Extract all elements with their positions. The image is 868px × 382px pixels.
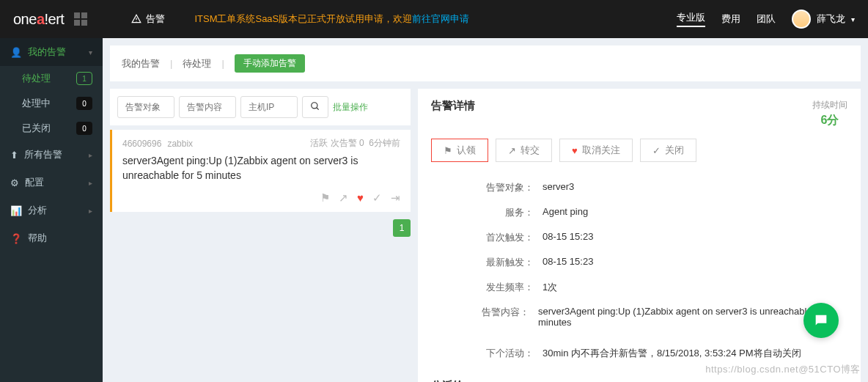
sidebar-help-label: 帮助 [28, 232, 47, 245]
logo-post: !ert [45, 11, 65, 27]
main-content: 我的告警 | 待处理 | 手动添加告警 批量操作 4660 [103, 38, 868, 382]
nav-alert[interactable]: 告警 [131, 12, 165, 26]
chevron-right-icon: ▸ [89, 207, 92, 215]
sidebar-config[interactable]: ⚙ 配置 ▸ [0, 169, 103, 196]
page-1[interactable]: 1 [393, 219, 411, 237]
sidebar-analysis[interactable]: 📊 分析 ▸ [0, 196, 103, 224]
crumb-pending[interactable]: 待处理 [183, 57, 211, 70]
field-content-value: server3Agent ping:Up (1)Zabbix agent on … [529, 306, 847, 328]
chart-icon: 📊 [10, 205, 22, 216]
svg-point-3 [820, 318, 822, 320]
unfollow-label: 取消关注 [582, 144, 620, 157]
banner-text: ITSM工单系统SaaS版本已正式开放试用申请，欢迎 [194, 13, 412, 24]
logo-accent: a [37, 11, 45, 27]
sidebar-help[interactable]: ❓ 帮助 [0, 224, 103, 252]
bulk-ops-link[interactable]: 批量操作 [333, 101, 368, 114]
watermark: https://blog.csdn.net@51CTO博客 [705, 363, 861, 376]
alert-meta-right: 活跃 次告警 0 6分钟前 [310, 137, 400, 150]
chat-fab[interactable] [803, 303, 839, 338]
field-svc-label: 服务： [468, 206, 534, 219]
search-button[interactable] [302, 96, 328, 118]
topbar-right: 专业版 费用 团队 薛飞龙 ▾ [677, 10, 855, 29]
close-button[interactable]: ✓关闭 [640, 139, 696, 162]
transfer-button[interactable]: ↗转交 [496, 139, 552, 162]
breadcrumb: 我的告警 | 待处理 | 手动添加告警 [110, 45, 861, 81]
alert-status-label: 活跃 次告警 [310, 138, 356, 148]
crumb-my[interactable]: 我的告警 [122, 57, 160, 70]
detail-header: 告警详情 持续时间 6分 [431, 99, 847, 128]
logo-pre: one [13, 11, 37, 27]
help-icon: ❓ [10, 233, 22, 244]
nav-alert-label: 告警 [146, 12, 165, 26]
sidebar: 👤 我的告警 ▾ 待处理 1 处理中 0 已关闭 0 ⬆ 所有告警 ▸ ⚙ 配置… [0, 38, 103, 382]
detail-title: 告警详情 [431, 99, 475, 113]
field-freq-label: 发生频率： [468, 281, 534, 294]
alert-source: zabbix [167, 139, 193, 149]
field-svc-value: Agent ping [534, 206, 588, 219]
svg-line-1 [317, 107, 319, 109]
claim-button[interactable]: ⚑认领 [431, 139, 488, 162]
alert-list-panel: 批量操作 46609696 zabbix 活跃 次告警 0 6分钟前 serve… [110, 89, 411, 382]
share-icon[interactable]: ↗ [339, 191, 348, 205]
field-content-label: 告警内容： [468, 306, 529, 328]
user-icon: 👤 [10, 47, 22, 58]
sidebar-analysis-label: 分析 [28, 204, 47, 217]
field-freq-value: 1次 [534, 281, 557, 294]
sidebar-processing-label: 处理中 [22, 97, 51, 110]
flag-icon: ⚑ [444, 145, 452, 156]
check-icon[interactable]: ✓ [372, 191, 382, 205]
sidebar-all-alerts[interactable]: ⬆ 所有告警 ▸ [0, 141, 103, 169]
user-menu[interactable]: 薛飞龙 ▾ [792, 10, 855, 29]
assign-title: 分派给 [431, 379, 847, 382]
sidebar-my-alerts[interactable]: 👤 我的告警 ▾ [0, 38, 103, 66]
alert-ago: 6分钟前 [369, 138, 400, 148]
pending-count-badge: 1 [76, 72, 92, 85]
apps-icon[interactable] [74, 12, 87, 26]
sidebar-item-processing[interactable]: 处理中 0 [0, 91, 103, 116]
banner-link[interactable]: 前往官网申请 [412, 13, 469, 24]
sidebar-item-closed[interactable]: 已关闭 0 [0, 116, 103, 141]
nav-pro[interactable]: 专业版 [677, 11, 705, 27]
sidebar-pending-label: 待处理 [22, 72, 51, 85]
filter-host-input[interactable] [240, 96, 298, 118]
detail-actions: ⚑认领 ↗转交 ♥取消关注 ✓关闭 [431, 139, 847, 162]
export-icon[interactable]: ⇥ [391, 191, 400, 205]
unfollow-button[interactable]: ♥取消关注 [559, 139, 633, 162]
close-label: 关闭 [665, 144, 684, 157]
field-obj-label: 告警对象： [468, 181, 534, 194]
sidebar-closed-label: 已关闭 [22, 122, 51, 135]
alert-card-actions: ⚑ ↗ ♥ ✓ ⇥ [122, 191, 400, 205]
duration-label: 持续时间 [812, 99, 847, 111]
alert-title: server3Agent ping:Up (1)Zabbix agent on … [122, 154, 400, 183]
svg-point-4 [823, 318, 824, 320]
alert-detail-panel: 告警详情 持续时间 6分 ⚑认领 ↗转交 ♥取消关注 ✓关闭 告警对象：serv… [418, 89, 861, 382]
manual-add-button[interactable]: 手动添加告警 [235, 54, 305, 73]
announcement-banner: ITSM工单系统SaaS版本已正式开放试用申请，欢迎前往官网申请 [194, 12, 469, 26]
nav-team[interactable]: 团队 [757, 12, 776, 26]
svg-point-2 [818, 318, 820, 320]
flag-icon[interactable]: ⚑ [320, 191, 330, 205]
logo[interactable]: onea!ert [13, 11, 64, 28]
field-first-value: 08-15 15:23 [534, 231, 593, 244]
transfer-label: 转交 [521, 144, 540, 157]
chevron-right-icon: ▸ [89, 151, 92, 159]
field-next-label: 下个活动： [468, 347, 534, 360]
sidebar-config-label: 配置 [25, 176, 44, 189]
sidebar-item-pending[interactable]: 待处理 1 [0, 66, 103, 91]
username: 薛飞龙 [817, 12, 845, 26]
filter-object-input[interactable] [117, 96, 174, 118]
field-latest-label: 最新触发： [468, 256, 534, 269]
upload-icon: ⬆ [10, 150, 18, 161]
gear-icon: ⚙ [10, 177, 19, 188]
nav-fee[interactable]: 费用 [721, 12, 740, 26]
alert-card[interactable]: 46609696 zabbix 活跃 次告警 0 6分钟前 server3Age… [110, 130, 411, 212]
chat-icon [813, 312, 829, 328]
heart-icon[interactable]: ♥ [357, 191, 364, 205]
svg-point-0 [312, 102, 317, 108]
filter-content-input[interactable] [179, 96, 236, 118]
claim-label: 认领 [457, 144, 476, 157]
alert-id: 46609696 [122, 139, 161, 149]
field-obj-value: server3 [534, 181, 574, 194]
chevron-down-icon: ▾ [851, 15, 855, 23]
avatar-icon [792, 10, 811, 29]
